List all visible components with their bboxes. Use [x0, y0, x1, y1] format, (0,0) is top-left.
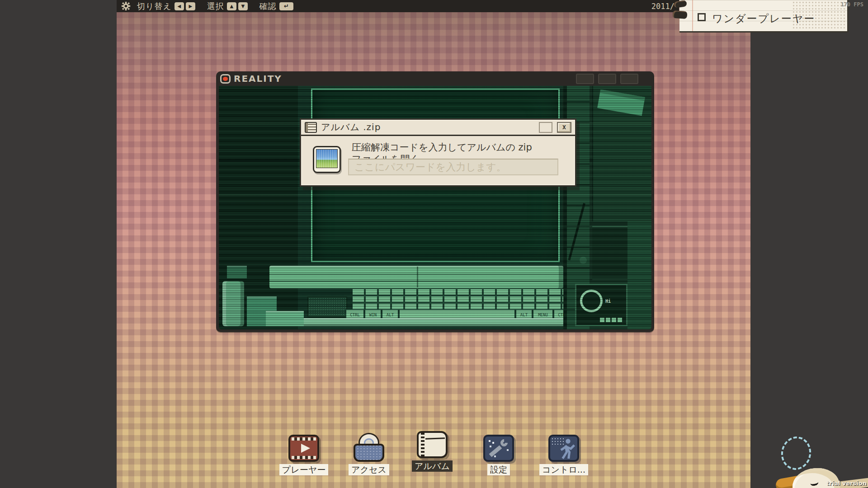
zip-file-icon	[305, 122, 317, 133]
wrench-handle	[489, 445, 502, 457]
down-arrow-button[interactable]: ▼	[238, 2, 248, 10]
password-input[interactable]	[348, 159, 558, 175]
dialog-close-button[interactable]: X	[557, 122, 571, 133]
torn-pin	[672, 10, 687, 19]
device-button	[600, 318, 604, 322]
bag-icon	[354, 444, 384, 462]
keyboard	[353, 288, 565, 309]
cd-disc-icon	[580, 290, 603, 312]
cylinder-speaker	[222, 281, 244, 326]
date-text: 2011/	[651, 2, 675, 11]
icon-label-player: プレーヤー	[279, 464, 328, 475]
device-buttons	[600, 318, 622, 322]
monitor-base	[269, 266, 563, 288]
menu-select-label: 選択	[207, 1, 224, 12]
torn-pin	[674, 0, 687, 8]
enter-key-button[interactable]: ↵	[279, 2, 293, 10]
window-button-2[interactable]	[598, 74, 616, 84]
wrench-settings-icon	[483, 435, 514, 462]
game-viewport: 切り替え ◀ ▶ 選択 ▲ ▼ 確認 ↵ 2011/ REALITY	[117, 0, 750, 488]
icon-label-album: アルバム	[412, 460, 453, 472]
reality-titlebar[interactable]: REALITY	[216, 71, 654, 86]
play-icon	[301, 444, 310, 453]
window-button-3[interactable]	[620, 74, 638, 84]
device-button	[612, 318, 616, 322]
landscape-thumbnail	[316, 149, 338, 168]
glitch-line	[311, 235, 560, 237]
icon-label-control: コントロ...	[539, 464, 588, 475]
desktop-icon-album[interactable]: アルバム	[398, 431, 466, 472]
dialog-title: アルバム .zip	[321, 121, 381, 133]
lamp-head	[580, 257, 587, 264]
monitor-base-divider	[417, 267, 418, 287]
dialog-body: 圧縮解凍コードを入力してアルバムの zip ファイルを開く	[301, 136, 575, 185]
right-arrow-button[interactable]: ▶	[186, 2, 195, 10]
wonder-player-panel: ワンダープレーヤー	[679, 0, 849, 33]
device-label: Hi	[605, 299, 611, 304]
gear-icon[interactable]	[121, 1, 131, 11]
game-screen: 切り替え ◀ ▶ 選択 ▲ ▼ 確認 ↵ 2011/ REALITY	[0, 0, 868, 488]
device-button	[618, 318, 622, 322]
desktop-icon-settings[interactable]: 設定	[465, 435, 533, 475]
wonder-player-label[interactable]: ワンダープレーヤー	[712, 12, 815, 26]
dialog-message-line1: 圧縮解凍コードを入力してアルバムの zip	[352, 141, 568, 153]
icon-label-settings: 設定	[487, 464, 510, 475]
desktop-icon-control[interactable]: コントロ...	[530, 435, 598, 475]
window-buttons	[576, 74, 638, 84]
disc-bag-icon	[354, 435, 384, 462]
trial-version-watermark: trial version	[826, 480, 867, 487]
picture-file-icon	[313, 146, 341, 173]
wonder-player-checkbox[interactable]	[698, 13, 706, 21]
device-button	[606, 318, 610, 322]
reality-title: REALITY	[234, 73, 282, 84]
window-button-1[interactable]	[576, 74, 594, 84]
desktop-icon-access[interactable]: アクセス	[335, 435, 403, 475]
trackpad	[307, 296, 347, 317]
shelf-column-right	[627, 221, 651, 329]
running-person-icon	[548, 435, 579, 462]
album-zip-dialog: アルバム .zip X 圧縮解凍コードを入力してアルバムの zip ファイルを開…	[300, 118, 576, 187]
film-player-icon	[288, 435, 319, 462]
glitch-line	[219, 194, 651, 196]
up-arrow-button[interactable]: ▲	[227, 2, 236, 10]
dashed-bubble-icon	[778, 434, 814, 472]
equipment-box	[266, 311, 304, 326]
fps-counter: 170 FPS	[840, 1, 863, 8]
record-icon	[220, 74, 231, 84]
floppy-box	[227, 266, 247, 278]
reality-window: REALITY CTRL WIN ALT	[216, 71, 654, 332]
album-book-icon	[417, 431, 448, 458]
left-arrow-button[interactable]: ◀	[175, 2, 184, 10]
menu-switch-label: 切り替え	[137, 1, 172, 12]
dialog-blank-button[interactable]	[539, 122, 552, 133]
dialog-titlebar[interactable]: アルバム .zip X	[301, 120, 575, 136]
sparkle-dots	[489, 440, 491, 442]
runner-glyph	[559, 437, 576, 460]
menu-confirm-label: 確認	[259, 1, 277, 12]
menu-bar: 切り替え ◀ ▶ 選択 ▲ ▼ 確認 ↵ 2011/	[117, 0, 679, 12]
icon-label-access: アクセス	[349, 464, 389, 475]
desktop-icon-player[interactable]: プレーヤー	[270, 435, 338, 475]
cd-player-device: Hi	[575, 284, 627, 326]
